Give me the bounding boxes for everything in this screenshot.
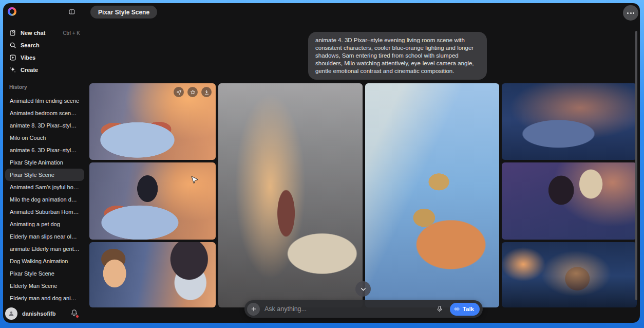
history-item[interactable]: Animated bedroom scene wit... <box>5 107 84 119</box>
notifications-button[interactable] <box>68 307 80 320</box>
history-item[interactable]: Dog Walking Animation <box>5 255 84 267</box>
history-item[interactable]: Animating a pet dog <box>5 218 84 230</box>
share-button[interactable] <box>174 87 184 97</box>
plus-icon <box>251 306 257 312</box>
create-icon <box>9 66 16 74</box>
sidebar-item-search[interactable]: Search <box>6 40 83 51</box>
mic-icon <box>436 305 443 313</box>
history-item[interactable]: animate 8. 3D Pixar–style rea... <box>5 119 84 132</box>
gallery-column-1 <box>89 83 216 307</box>
sidebar-item-create[interactable]: Create <box>6 64 83 76</box>
search-icon <box>9 42 16 49</box>
history-item[interactable]: Elderly Man Scene <box>5 280 84 292</box>
history-heading: History <box>9 84 27 90</box>
username: danishsofifb <box>22 311 55 317</box>
sidebar-toggle-button[interactable] <box>66 6 78 17</box>
share-icon <box>176 89 182 95</box>
download-button[interactable] <box>201 87 212 97</box>
generated-image-4[interactable] <box>218 83 363 307</box>
nav-label: Create <box>21 67 38 73</box>
vibes-icon <box>9 54 16 61</box>
star-icon <box>190 89 196 95</box>
ask-input[interactable] <box>264 305 433 313</box>
compose-icon <box>9 29 16 37</box>
history-item[interactable]: Animated Sam's joyful home ... <box>5 181 84 193</box>
download-icon <box>204 89 210 95</box>
gallery-column-2 <box>218 83 363 307</box>
person-icon <box>8 310 15 317</box>
attach-button[interactable] <box>247 303 260 316</box>
shortcut-hint: Ctrl + K <box>63 30 80 36</box>
generated-image-7[interactable] <box>502 162 637 240</box>
app-logo[interactable] <box>8 7 16 16</box>
mic-button[interactable] <box>433 303 446 315</box>
history-item[interactable]: animate 6. 3D Pixar–style rain... <box>5 144 84 156</box>
sidebar-toggle-icon <box>68 8 75 15</box>
talk-label: Talk <box>463 306 474 312</box>
generated-image-5[interactable] <box>365 83 499 307</box>
notification-badge <box>75 315 79 318</box>
waveform-icon <box>454 306 460 312</box>
talk-button[interactable]: Talk <box>450 303 480 316</box>
nav-label: New chat <box>21 30 45 36</box>
chat-title: Pixar Style Scene <box>98 9 149 16</box>
history-item[interactable]: Animated Suburban Home at ... <box>5 206 84 218</box>
history-item[interactable]: animate Elderly man gently re... <box>5 243 84 255</box>
gallery-column-4 <box>502 83 637 307</box>
ellipsis-icon <box>627 12 629 14</box>
history-list: Animated film ending scene Animated bedr… <box>5 95 84 304</box>
history-item[interactable]: Elderly man and dog animate... <box>5 292 84 304</box>
history-item[interactable]: Elderly man slips near old gate <box>5 230 84 243</box>
chat-title-pill[interactable]: Pixar Style Scene <box>90 6 157 19</box>
sidebar-item-vibes[interactable]: Vibes <box>6 52 83 63</box>
generated-image-3[interactable] <box>89 242 216 307</box>
history-item[interactable]: Milo on Couch <box>5 132 84 144</box>
composer-bar: Talk <box>244 300 483 318</box>
history-item[interactable]: Milo the dog animation descri... <box>5 193 84 206</box>
scroll-to-bottom-button[interactable] <box>355 281 371 297</box>
generated-image-1[interactable] <box>89 83 216 160</box>
sidebar-item-new-chat[interactable]: New chat Ctrl + K <box>6 27 83 39</box>
history-item-selected[interactable]: Pixar Style Scene <box>5 169 84 181</box>
generated-image-2[interactable] <box>89 162 216 240</box>
nav-label: Search <box>21 42 40 48</box>
user-message-bubble: animate 4. 3D Pixar–style evening living… <box>308 32 487 80</box>
generated-image-6[interactable] <box>502 83 637 160</box>
app-window: Pixar Style Scene New chat Ctrl + K Sear… <box>3 3 640 323</box>
nav-label: Vibes <box>21 54 35 61</box>
favorite-button[interactable] <box>187 87 198 97</box>
avatar <box>5 307 17 320</box>
screen-frame: Pixar Style Scene New chat Ctrl + K Sear… <box>0 0 644 328</box>
history-item[interactable]: Pixar Style Scene <box>5 267 84 280</box>
scrollbar-thumb[interactable] <box>635 31 637 300</box>
history-item[interactable]: Animated film ending scene <box>5 95 84 107</box>
more-options-button[interactable] <box>623 5 638 21</box>
chevron-down-icon <box>360 286 367 293</box>
history-item[interactable]: Pixar Style Animation <box>5 156 84 169</box>
generated-image-8[interactable] <box>502 242 637 307</box>
image-actions <box>174 87 212 97</box>
gallery-column-3 <box>365 83 499 307</box>
